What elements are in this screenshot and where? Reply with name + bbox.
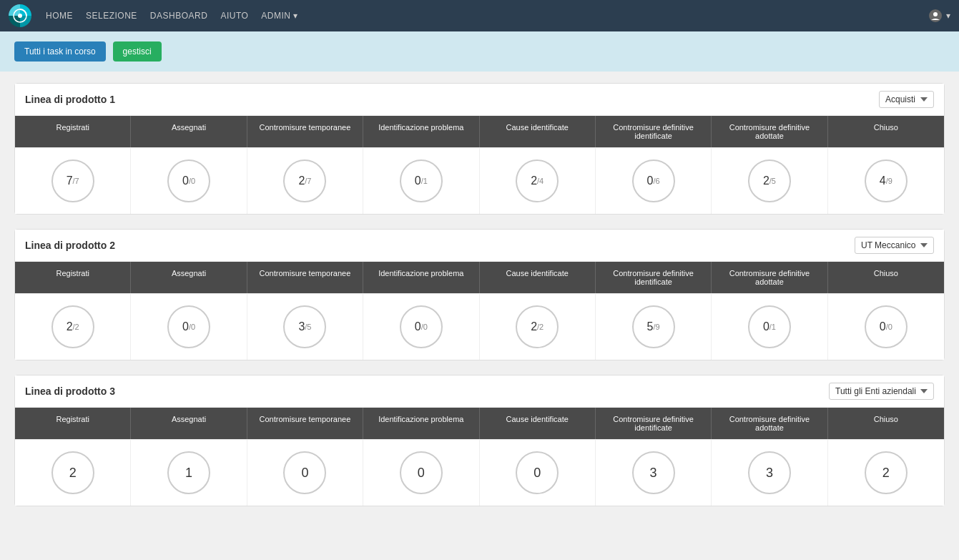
circle-3-7: 3	[748, 451, 791, 494]
nav-home[interactable]: HOME	[46, 11, 73, 21]
section-select-2[interactable]: UT Meccanico	[855, 237, 934, 254]
circle-sub-2-6: /9	[653, 323, 659, 331]
circle-main-2-4: 0	[415, 320, 421, 333]
header-cell-1-4: Identificazione problema	[363, 116, 479, 147]
stats-cell-1-8: 4/9	[828, 147, 944, 214]
section-title-2: Linea di prodotto 2	[25, 240, 115, 251]
stats-cell-3-5: 0	[480, 439, 596, 506]
user-menu[interactable]: ▾	[929, 9, 950, 22]
circle-1-1: 7/7	[51, 159, 94, 202]
circle-sub-2-2: /0	[189, 323, 195, 331]
navbar: HOME SELEZIONE DASHBOARD AIUTO ADMIN ▾ ▾	[0, 0, 959, 31]
stats-cell-2-7: 0/1	[712, 293, 827, 360]
header-cell-1-7: Contromisure definitive adottate	[712, 116, 827, 147]
app-logo[interactable]	[9, 4, 31, 27]
header-cell-3-5: Cause identificate	[480, 408, 596, 439]
circle-1-2: 0/0	[167, 159, 210, 202]
all-tasks-button[interactable]: Tutti i task in corso	[14, 41, 106, 62]
header-cell-2-4: Identificazione problema	[363, 262, 479, 293]
circle-1-5: 2/4	[516, 159, 559, 202]
circle-1-4: 0/1	[400, 159, 443, 202]
stats-table-3: RegistratiAssegnatiContromisure temporan…	[15, 408, 944, 506]
circle-sub-2-5: /2	[537, 323, 544, 331]
stats-cell-3-7: 3	[712, 439, 827, 506]
svg-point-1	[18, 14, 22, 18]
header-cell-3-6: Contromisure definitive identificate	[596, 408, 712, 439]
header-cell-2-5: Cause identificate	[480, 262, 596, 293]
header-cell-2-2: Assegnati	[131, 262, 247, 293]
section-title-1: Linea di prodotto 1	[25, 94, 115, 105]
circle-2-2: 0/0	[167, 305, 210, 348]
circle-1-3: 2/7	[283, 159, 326, 202]
stats-table-2: RegistratiAssegnatiContromisure temporan…	[15, 262, 944, 360]
nav-admin[interactable]: ADMIN ▾	[261, 11, 298, 21]
header-cell-3-4: Identificazione problema	[363, 408, 479, 439]
stats-table-1: RegistratiAssegnatiContromisure temporan…	[15, 116, 944, 214]
header-cell-3-7: Contromisure definitive adottate	[712, 408, 827, 439]
manage-button[interactable]: gestisci	[113, 41, 162, 62]
circle-sub-1-8: /9	[886, 177, 892, 185]
stats-cell-3-1: 2	[15, 439, 131, 506]
circle-sub-2-4: /0	[421, 323, 428, 331]
circle-sub-2-3: /5	[305, 323, 311, 331]
circle-sub-1-6: /6	[653, 177, 659, 185]
section-header-3: Linea di prodotto 3Tutti gli Enti aziend…	[15, 375, 944, 408]
section-title-3: Linea di prodotto 3	[25, 385, 115, 397]
circle-2-4: 0/0	[400, 305, 443, 348]
circle-main-2-1: 2	[67, 320, 73, 333]
circle-3-8: 2	[865, 451, 908, 494]
circle-main-1-5: 2	[531, 175, 537, 187]
user-avatar	[929, 9, 942, 22]
header-cell-3-8: Chiuso	[828, 408, 944, 439]
nav-dashboard[interactable]: DASHBOARD	[150, 11, 208, 21]
header-cell-1-1: Registrati	[15, 116, 131, 147]
circle-main-1-3: 2	[298, 175, 305, 187]
header-cell-2-7: Contromisure definitive adottate	[712, 262, 827, 293]
circle-sub-1-7: /5	[769, 177, 776, 185]
stats-cell-1-6: 0/6	[596, 147, 712, 214]
svg-point-2	[933, 12, 938, 16]
circle-main-2-3: 3	[298, 320, 305, 333]
section-select-1[interactable]: Acquisti	[879, 91, 934, 108]
circle-main-2-7: 0	[763, 320, 769, 333]
toolbar: Tutti i task in corso gestisci	[0, 31, 959, 72]
circle-3-5: 0	[516, 451, 559, 494]
header-cell-3-3: Contromisure temporanee	[247, 408, 363, 439]
section-select-3[interactable]: Tutti gli Enti aziendali	[829, 383, 934, 400]
product-section-1: Linea di prodotto 1AcquistiRegistratiAss…	[14, 83, 945, 215]
circle-3-1: 2	[51, 451, 94, 494]
circle-2-7: 0/1	[748, 305, 791, 348]
header-cell-1-5: Cause identificate	[480, 116, 596, 147]
circle-3-4: 0	[400, 451, 443, 494]
circle-sub-2-8: /0	[886, 323, 892, 331]
stats-cell-3-8: 2	[828, 439, 944, 506]
nav-selezione[interactable]: SELEZIONE	[86, 11, 137, 21]
circle-sub-2-1: /2	[73, 323, 79, 331]
circle-main-1-6: 0	[647, 175, 654, 187]
section-header-2: Linea di prodotto 2UT Meccanico	[15, 230, 944, 262]
stats-cell-1-5: 2/4	[480, 147, 596, 214]
circle-sub-2-7: /1	[769, 323, 776, 331]
header-cell-3-1: Registrati	[15, 408, 131, 439]
stats-cell-3-4: 0	[363, 439, 479, 506]
stats-cell-1-1: 7/7	[15, 147, 131, 214]
circle-main-1-4: 0	[415, 175, 421, 187]
header-cell-2-8: Chiuso	[828, 262, 944, 293]
product-section-3: Linea di prodotto 3Tutti gli Enti aziend…	[14, 375, 945, 506]
nav-aiuto[interactable]: AIUTO	[220, 11, 248, 21]
header-cell-3-2: Assegnati	[131, 408, 247, 439]
header-cell-1-2: Assegnati	[131, 116, 247, 147]
circle-main-1-8: 4	[880, 175, 886, 187]
stats-cell-3-6: 3	[596, 439, 712, 506]
header-cell-1-8: Chiuso	[828, 116, 944, 147]
circle-main-2-6: 5	[647, 320, 654, 333]
circle-sub-1-1: /7	[73, 177, 79, 185]
stats-cell-3-3: 0	[247, 439, 363, 506]
circle-2-3: 3/5	[283, 305, 326, 348]
header-cell-1-3: Contromisure temporanee	[247, 116, 363, 147]
circle-main-1-2: 0	[182, 175, 189, 187]
stats-cell-2-4: 0/0	[363, 293, 479, 360]
header-cell-2-3: Contromisure temporanee	[247, 262, 363, 293]
circle-sub-1-4: /1	[421, 177, 428, 185]
stats-cell-2-6: 5/9	[596, 293, 712, 360]
